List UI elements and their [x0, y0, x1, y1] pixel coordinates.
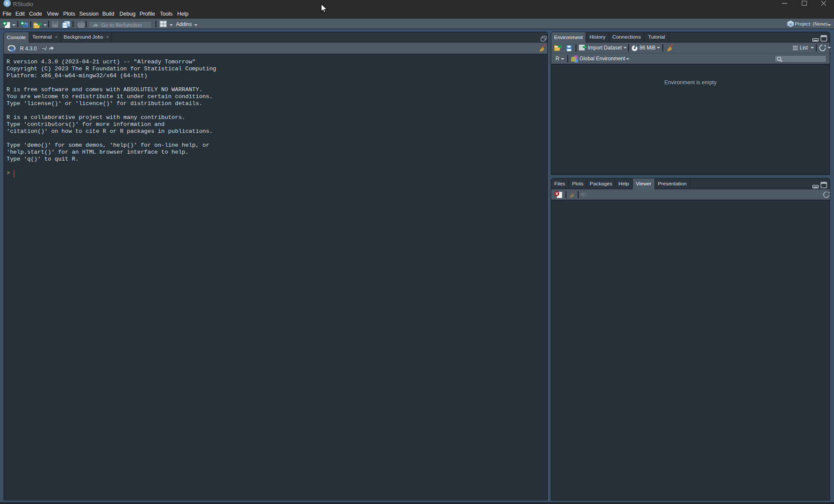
svg-text:R: R [10, 47, 15, 53]
svg-text:R: R [789, 22, 792, 26]
svg-text:R: R [5, 0, 9, 7]
svg-text:R: R [24, 24, 27, 28]
